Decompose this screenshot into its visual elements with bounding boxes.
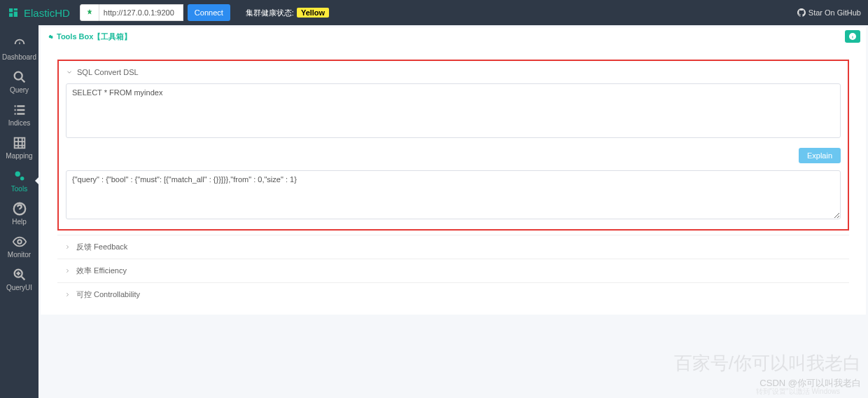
gauge-icon <box>12 36 27 52</box>
collapse-efficiency[interactable]: 效率 Efficiency <box>57 259 849 282</box>
connect-button[interactable]: Connect <box>188 4 230 21</box>
svg-point-5 <box>18 240 22 244</box>
sidebar-item-monitor[interactable]: Monitor <box>0 230 38 263</box>
sidebar-item-queryui[interactable]: QueryUI <box>0 263 38 296</box>
section-title: SQL Convert DSL <box>77 68 139 76</box>
svg-point-3 <box>20 177 23 180</box>
highlighted-section: SQL Convert DSL Explain <box>57 60 849 231</box>
github-icon <box>797 8 806 17</box>
chevron-right-icon <box>64 268 71 274</box>
collapse-feedback[interactable]: 反馈 Feedback <box>57 235 849 259</box>
gear-icon <box>46 33 54 41</box>
sidebar-item-label: Dashboard <box>2 53 36 61</box>
info-button[interactable] <box>845 30 860 43</box>
health-label: 集群健康状态: <box>246 8 294 18</box>
svg-rect-1 <box>14 138 24 149</box>
info-icon <box>848 32 857 41</box>
sidebar-item-label: Indices <box>8 119 31 127</box>
chevron-down-icon <box>66 69 73 76</box>
gears-icon <box>12 168 27 184</box>
sidebar-item-label: Mapping <box>6 152 32 160</box>
collapse-label: 可控 Controllability <box>76 289 140 300</box>
chevron-right-icon <box>64 244 71 250</box>
panel-header: Tools Box【工具箱】 <box>41 27 866 46</box>
sidebar-item-dashboard[interactable]: Dashboard <box>0 32 38 65</box>
sidebar-item-tools[interactable]: Tools <box>0 164 38 197</box>
github-link[interactable]: Star On GitHub <box>797 8 861 17</box>
sidebar-item-label: Help <box>12 218 27 226</box>
sidebar-item-indices[interactable]: Indices <box>0 98 38 131</box>
content-area: Tools Box【工具箱】 SQL Convert DSL Explain <box>38 25 868 398</box>
svg-point-2 <box>15 172 20 177</box>
explain-row: Explain <box>59 145 848 167</box>
sidebar-item-help[interactable]: Help <box>0 197 38 230</box>
main: Dashboard Query Indices Mapping Tools He… <box>0 25 868 398</box>
explain-button[interactable]: Explain <box>799 148 841 163</box>
topbar: ElasticHD Connect 集群健康状态: Yellow Star On… <box>0 0 868 25</box>
grid-icon <box>12 135 27 151</box>
eye-icon <box>12 234 27 249</box>
sidebar: Dashboard Query Indices Mapping Tools He… <box>0 25 38 398</box>
server-url-input[interactable] <box>99 4 183 21</box>
github-label: Star On GitHub <box>808 8 861 17</box>
search-plus-icon <box>12 267 27 282</box>
dashboard-icon <box>7 6 20 19</box>
dsl-output[interactable] <box>66 170 841 219</box>
sidebar-item-label: Tools <box>11 185 27 193</box>
sidebar-item-label: Query <box>10 86 29 94</box>
panel-title: Tools Box【工具箱】 <box>57 32 132 42</box>
cluster-health: 集群健康状态: Yellow <box>246 8 329 18</box>
sidebar-item-query[interactable]: Query <box>0 65 38 98</box>
sidebar-item-label: QueryUI <box>6 284 32 291</box>
chevron-right-icon <box>64 291 71 298</box>
card-body: SQL Convert DSL Explain 反馈 Feedback 效率 E… <box>49 51 858 315</box>
health-status-badge: Yellow <box>297 8 329 18</box>
svg-point-0 <box>14 72 22 80</box>
help-icon <box>12 201 27 217</box>
app-name: ElasticHD <box>24 7 70 19</box>
connection-status-icon <box>80 4 99 21</box>
sql-convert-section-header[interactable]: SQL Convert DSL <box>59 65 848 79</box>
sidebar-item-label: Monitor <box>8 251 31 259</box>
tools-panel: Tools Box【工具箱】 SQL Convert DSL Explain <box>41 27 866 315</box>
sql-input[interactable] <box>66 83 841 138</box>
list-icon <box>12 102 27 118</box>
app-logo: ElasticHD <box>7 6 70 19</box>
collapse-label: 效率 Efficiency <box>76 266 127 276</box>
collapse-controllability[interactable]: 可控 Controllability <box>57 282 849 306</box>
search-icon <box>12 69 27 85</box>
sidebar-item-mapping[interactable]: Mapping <box>0 131 38 164</box>
collapse-label: 反馈 Feedback <box>76 242 127 252</box>
